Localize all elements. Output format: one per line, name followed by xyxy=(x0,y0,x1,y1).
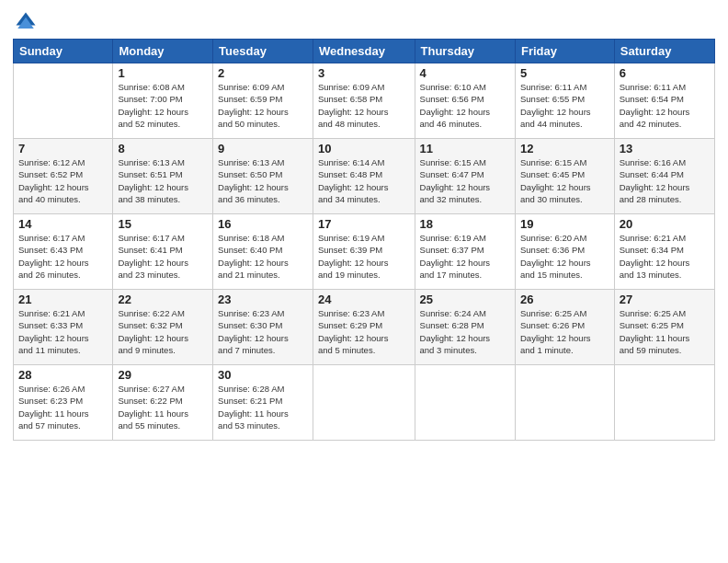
calendar-week-row: 21Sunrise: 6:21 AMSunset: 6:33 PMDayligh… xyxy=(14,290,715,365)
calendar-cell: 25Sunrise: 6:24 AMSunset: 6:28 PMDayligh… xyxy=(415,290,515,365)
day-number: 28 xyxy=(18,368,108,382)
day-info: Sunrise: 6:13 AMSunset: 6:51 PMDaylight:… xyxy=(118,156,208,205)
calendar-cell: 12Sunrise: 6:15 AMSunset: 6:45 PMDayligh… xyxy=(515,139,614,214)
calendar-week-row: 14Sunrise: 6:17 AMSunset: 6:43 PMDayligh… xyxy=(14,214,715,290)
day-number: 19 xyxy=(520,217,609,231)
calendar-cell: 16Sunrise: 6:18 AMSunset: 6:40 PMDayligh… xyxy=(213,214,313,290)
calendar-cell: 2Sunrise: 6:09 AMSunset: 6:59 PMDaylight… xyxy=(213,63,313,139)
day-number: 8 xyxy=(118,142,208,155)
day-info: Sunrise: 6:15 AMSunset: 6:47 PMDaylight:… xyxy=(420,156,510,205)
logo-icon xyxy=(13,9,39,35)
calendar-cell: 26Sunrise: 6:25 AMSunset: 6:26 PMDayligh… xyxy=(515,290,614,365)
day-number: 27 xyxy=(620,293,710,306)
day-info: Sunrise: 6:17 AMSunset: 6:41 PMDaylight:… xyxy=(118,232,208,281)
day-number: 13 xyxy=(620,142,710,155)
day-number: 29 xyxy=(118,368,208,382)
calendar-cell: 17Sunrise: 6:19 AMSunset: 6:39 PMDayligh… xyxy=(313,214,415,290)
day-info: Sunrise: 6:20 AMSunset: 6:36 PMDaylight:… xyxy=(520,232,609,281)
calendar-cell: 8Sunrise: 6:13 AMSunset: 6:51 PMDaylight… xyxy=(113,139,213,214)
calendar-week-row: 7Sunrise: 6:12 AMSunset: 6:52 PMDaylight… xyxy=(14,139,715,214)
day-info: Sunrise: 6:22 AMSunset: 6:32 PMDaylight:… xyxy=(118,307,208,356)
day-number: 26 xyxy=(520,293,609,306)
calendar-cell: 23Sunrise: 6:23 AMSunset: 6:30 PMDayligh… xyxy=(213,290,313,365)
day-info: Sunrise: 6:11 AMSunset: 6:54 PMDaylight:… xyxy=(620,81,710,130)
day-number: 24 xyxy=(318,293,410,306)
calendar-cell: 9Sunrise: 6:13 AMSunset: 6:50 PMDaylight… xyxy=(213,139,313,214)
calendar-cell: 20Sunrise: 6:21 AMSunset: 6:34 PMDayligh… xyxy=(614,214,714,290)
day-number: 5 xyxy=(520,66,609,80)
day-info: Sunrise: 6:18 AMSunset: 6:40 PMDaylight:… xyxy=(218,232,308,281)
day-info: Sunrise: 6:14 AMSunset: 6:48 PMDaylight:… xyxy=(318,156,410,205)
calendar-table: SundayMondayTuesdayWednesdayThursdayFrid… xyxy=(13,39,715,441)
calendar-cell: 21Sunrise: 6:21 AMSunset: 6:33 PMDayligh… xyxy=(14,290,113,365)
day-info: Sunrise: 6:09 AMSunset: 6:58 PMDaylight:… xyxy=(318,81,410,130)
calendar-cell: 14Sunrise: 6:17 AMSunset: 6:43 PMDayligh… xyxy=(14,214,113,290)
day-info: Sunrise: 6:10 AMSunset: 6:56 PMDaylight:… xyxy=(420,81,510,130)
day-info: Sunrise: 6:21 AMSunset: 6:33 PMDaylight:… xyxy=(18,307,108,356)
col-header-thursday: Thursday xyxy=(415,40,515,63)
calendar-cell: 6Sunrise: 6:11 AMSunset: 6:54 PMDaylight… xyxy=(614,63,714,139)
day-info: Sunrise: 6:24 AMSunset: 6:28 PMDaylight:… xyxy=(420,307,510,356)
day-number: 2 xyxy=(218,66,308,80)
col-header-monday: Monday xyxy=(113,40,213,63)
calendar-cell: 5Sunrise: 6:11 AMSunset: 6:55 PMDaylight… xyxy=(515,63,614,139)
day-number: 21 xyxy=(18,293,108,306)
day-info: Sunrise: 6:26 AMSunset: 6:23 PMDaylight:… xyxy=(18,383,108,431)
day-info: Sunrise: 6:08 AMSunset: 7:00 PMDaylight:… xyxy=(118,81,208,130)
day-number: 3 xyxy=(318,66,410,80)
header xyxy=(13,9,715,35)
calendar-cell xyxy=(14,63,113,139)
calendar-cell: 27Sunrise: 6:25 AMSunset: 6:25 PMDayligh… xyxy=(614,290,714,365)
calendar-cell: 7Sunrise: 6:12 AMSunset: 6:52 PMDaylight… xyxy=(14,139,113,214)
calendar-cell: 11Sunrise: 6:15 AMSunset: 6:47 PMDayligh… xyxy=(415,139,515,214)
day-number: 30 xyxy=(218,368,308,382)
day-number: 25 xyxy=(420,293,510,306)
day-number: 4 xyxy=(420,66,510,80)
calendar-cell: 28Sunrise: 6:26 AMSunset: 6:23 PMDayligh… xyxy=(14,365,113,441)
calendar-cell: 22Sunrise: 6:22 AMSunset: 6:32 PMDayligh… xyxy=(113,290,213,365)
calendar-week-row: 28Sunrise: 6:26 AMSunset: 6:23 PMDayligh… xyxy=(14,365,715,441)
day-number: 17 xyxy=(318,217,410,231)
page: SundayMondayTuesdayWednesdayThursdayFrid… xyxy=(0,0,728,563)
day-info: Sunrise: 6:09 AMSunset: 6:59 PMDaylight:… xyxy=(218,81,308,130)
day-number: 18 xyxy=(420,217,510,231)
calendar-cell: 29Sunrise: 6:27 AMSunset: 6:22 PMDayligh… xyxy=(113,365,213,441)
col-header-friday: Friday xyxy=(515,40,614,63)
calendar-cell: 3Sunrise: 6:09 AMSunset: 6:58 PMDaylight… xyxy=(313,63,415,139)
day-number: 22 xyxy=(118,293,208,306)
calendar-header-row: SundayMondayTuesdayWednesdayThursdayFrid… xyxy=(14,40,715,63)
day-info: Sunrise: 6:28 AMSunset: 6:21 PMDaylight:… xyxy=(218,383,308,431)
day-number: 9 xyxy=(218,142,308,155)
calendar-cell xyxy=(515,365,614,441)
calendar-week-row: 1Sunrise: 6:08 AMSunset: 7:00 PMDaylight… xyxy=(14,63,715,139)
calendar-cell: 10Sunrise: 6:14 AMSunset: 6:48 PMDayligh… xyxy=(313,139,415,214)
calendar-cell: 19Sunrise: 6:20 AMSunset: 6:36 PMDayligh… xyxy=(515,214,614,290)
day-number: 23 xyxy=(218,293,308,306)
day-number: 15 xyxy=(118,217,208,231)
calendar-cell: 13Sunrise: 6:16 AMSunset: 6:44 PMDayligh… xyxy=(614,139,714,214)
day-number: 11 xyxy=(420,142,510,155)
day-info: Sunrise: 6:15 AMSunset: 6:45 PMDaylight:… xyxy=(520,156,609,205)
calendar-cell xyxy=(614,365,714,441)
calendar-cell: 15Sunrise: 6:17 AMSunset: 6:41 PMDayligh… xyxy=(113,214,213,290)
day-number: 14 xyxy=(18,217,108,231)
calendar-cell: 4Sunrise: 6:10 AMSunset: 6:56 PMDaylight… xyxy=(415,63,515,139)
col-header-sunday: Sunday xyxy=(14,40,113,63)
day-info: Sunrise: 6:25 AMSunset: 6:26 PMDaylight:… xyxy=(520,307,609,356)
day-info: Sunrise: 6:16 AMSunset: 6:44 PMDaylight:… xyxy=(620,156,710,205)
col-header-saturday: Saturday xyxy=(614,40,714,63)
col-header-wednesday: Wednesday xyxy=(313,40,415,63)
day-number: 6 xyxy=(620,66,710,80)
day-number: 1 xyxy=(118,66,208,80)
logo xyxy=(13,9,42,35)
calendar-cell: 18Sunrise: 6:19 AMSunset: 6:37 PMDayligh… xyxy=(415,214,515,290)
calendar-cell: 30Sunrise: 6:28 AMSunset: 6:21 PMDayligh… xyxy=(213,365,313,441)
calendar-cell: 24Sunrise: 6:23 AMSunset: 6:29 PMDayligh… xyxy=(313,290,415,365)
day-number: 20 xyxy=(620,217,710,231)
day-info: Sunrise: 6:27 AMSunset: 6:22 PMDaylight:… xyxy=(118,383,208,431)
day-number: 10 xyxy=(318,142,410,155)
day-info: Sunrise: 6:19 AMSunset: 6:37 PMDaylight:… xyxy=(420,232,510,281)
calendar-cell xyxy=(313,365,415,441)
day-info: Sunrise: 6:25 AMSunset: 6:25 PMDaylight:… xyxy=(620,307,710,356)
day-info: Sunrise: 6:11 AMSunset: 6:55 PMDaylight:… xyxy=(520,81,609,130)
